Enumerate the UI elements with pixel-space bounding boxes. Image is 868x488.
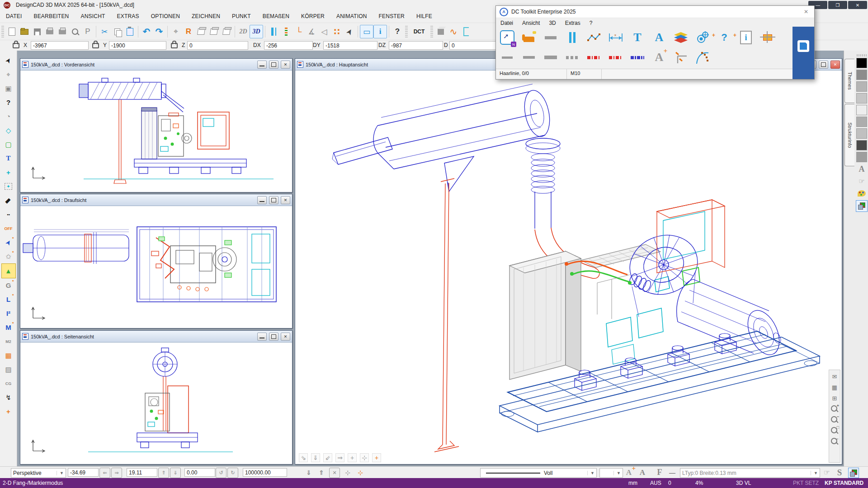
toolkit-save-panel[interactable]	[793, 27, 814, 79]
pixel-tool[interactable]: ▪▪	[2, 207, 15, 221]
layer-colors-icon[interactable]	[856, 200, 868, 212]
polyline-icon[interactable]: ∿	[447, 25, 460, 38]
line-style-select[interactable]: ▼	[599, 468, 623, 478]
undo-icon[interactable]: ↶	[140, 25, 153, 38]
toolkit-close-button[interactable]: ✕	[802, 9, 811, 15]
pointer-hand-icon[interactable]: ☞	[856, 176, 867, 187]
help-tool[interactable]: ?	[2, 95, 15, 109]
push-down-icon[interactable]: ⇓	[304, 468, 314, 477]
hauptansicht-close-button[interactable]: ✕	[830, 61, 840, 69]
toolkit-menu-help[interactable]: ?	[585, 20, 597, 26]
open-file-icon[interactable]	[18, 25, 31, 38]
plus-tool[interactable]: +	[2, 404, 15, 418]
parallel-lines-icon[interactable]	[565, 29, 580, 46]
handles-icon[interactable]: ∷	[330, 25, 343, 38]
text-style-icon[interactable]: A	[856, 164, 867, 174]
select-cursor-tool[interactable]: ➤	[2, 53, 15, 67]
page-setup-icon[interactable]: P	[81, 25, 94, 38]
star-tool[interactable]: ✩	[2, 249, 15, 263]
angle-snap-icon[interactable]: ∡	[305, 25, 318, 38]
mode-2d-button[interactable]: 2D	[237, 25, 250, 38]
hauptansicht-maximize-button[interactable]	[819, 61, 828, 69]
swatch-gray-1[interactable]	[856, 70, 867, 80]
camera-rotate-right-icon[interactable]: ↻	[227, 468, 238, 478]
font-grow-icon[interactable]: A	[624, 468, 634, 477]
m2-command-tool[interactable]: M2	[2, 334, 15, 348]
frame-window-icon[interactable]: ▭	[360, 25, 373, 38]
print-preview-icon[interactable]	[69, 25, 81, 38]
zoom-out-icon[interactable]: −	[830, 415, 839, 424]
dct-button[interactable]: DCT	[409, 24, 429, 39]
solid-box-tool[interactable]: ▣	[2, 81, 15, 95]
d-input[interactable]	[449, 41, 503, 50]
swatch-gray-4[interactable]	[856, 105, 867, 115]
toolkit-menu-extras[interactable]: Extras	[561, 20, 585, 26]
vector-icon[interactable]: ◁	[318, 25, 330, 38]
toolbar-grip[interactable]	[1, 26, 4, 38]
view-box-1-icon[interactable]	[195, 25, 208, 38]
point-plus-tool[interactable]: +	[2, 165, 15, 179]
seitenansicht-close-button[interactable]: ✕	[281, 333, 290, 341]
status-view-label[interactable]: 3D VL	[736, 480, 751, 486]
navigator-icon[interactable]: N	[500, 29, 515, 46]
menu-koerper[interactable]: KÖRPER	[295, 13, 330, 19]
view-cross-icon[interactable]: ⊹	[343, 468, 353, 477]
toolkit-menu-datei[interactable]: Datei	[496, 20, 518, 26]
cells-icon[interactable]: ⊞	[830, 394, 839, 403]
menu-animation[interactable]: ANIMATION	[330, 13, 373, 19]
tab-themes[interactable]: Themes	[844, 59, 854, 103]
x-input[interactable]	[31, 41, 89, 50]
line-thin-icon[interactable]	[500, 49, 515, 66]
star-pattern-tool[interactable]: ✦	[2, 179, 15, 193]
lightning-tool[interactable]: ↯	[2, 390, 15, 404]
pan-down-right-icon[interactable]: ⇘	[299, 453, 308, 462]
vorderansicht-canvas[interactable]	[20, 70, 292, 192]
dash-icon[interactable]: —	[667, 468, 677, 477]
seitenansicht-canvas[interactable]	[20, 343, 292, 464]
line-medium-icon[interactable]	[521, 49, 537, 66]
corner-trim-icon[interactable]	[673, 49, 689, 66]
status-units[interactable]: mm	[628, 480, 637, 486]
z-input[interactable]	[187, 41, 248, 50]
maximize-button[interactable]: ❒	[828, 1, 847, 9]
g-command-tool[interactable]: G	[2, 278, 15, 292]
menu-ansicht[interactable]: ANSICHT	[75, 13, 111, 19]
letter-a-icon[interactable]: A	[651, 29, 667, 46]
rounded-rect-tool[interactable]: ▢	[2, 137, 15, 151]
line-dashed-blue-icon[interactable]	[630, 49, 645, 66]
menu-bearbeiten[interactable]: BEARBEITEN	[28, 13, 75, 19]
layer-colors-icon[interactable]	[848, 468, 859, 478]
swatch-gray-7[interactable]	[856, 152, 867, 162]
vorderansicht-title-bar[interactable]: 150kVA_.dcd : Vorderansicht ✕	[20, 59, 292, 70]
seitenansicht-minimize-button[interactable]	[257, 333, 267, 341]
dimension-icon[interactable]: x	[608, 29, 623, 46]
center-view-icon[interactable]: ⊹	[360, 453, 369, 462]
zoom-extents-icon[interactable]: ↔	[830, 437, 839, 446]
view-box-3-icon[interactable]	[220, 25, 233, 38]
grid-tool[interactable]: ▦	[2, 348, 15, 362]
line-dotted-icon[interactable]	[565, 49, 580, 66]
pan-down-left-icon[interactable]: ⇙	[323, 453, 332, 462]
palette-icon[interactable]	[856, 188, 867, 199]
smart-pointer-tool[interactable]: ➤	[2, 235, 15, 249]
draufsicht-title-bar[interactable]: 150kVA_.dcd : Draufsicht ✕	[20, 194, 292, 206]
diamond-tool[interactable]: ◇	[2, 123, 15, 137]
menu-datei[interactable]: DATEI	[0, 13, 28, 19]
swatch-dark-gray[interactable]	[856, 140, 867, 150]
mail-icon[interactable]: ✉	[830, 372, 839, 381]
mode-3d-button[interactable]: 3D	[250, 25, 263, 38]
seitenansicht-maximize-button[interactable]	[269, 333, 278, 341]
menu-zeichnen[interactable]: ZEICHNEN	[186, 13, 226, 19]
lock-x-icon[interactable]	[13, 43, 19, 48]
align-dots-icon[interactable]	[280, 25, 292, 38]
set-point-icon[interactable]: ⌖	[170, 25, 182, 38]
i2-command-tool[interactable]: I²	[2, 306, 15, 320]
furniture-icon[interactable]	[521, 29, 537, 46]
redo-icon[interactable]: ↷	[153, 25, 165, 38]
hatch-tool[interactable]: ▨	[2, 362, 15, 376]
copy-icon[interactable]	[111, 25, 123, 38]
pointer-hand-icon[interactable]: ☞	[822, 468, 832, 477]
menu-hilfe[interactable]: HILFE	[410, 13, 438, 19]
line-weight-icon[interactable]	[543, 29, 558, 46]
camera-left-icon[interactable]: ⇐	[99, 468, 110, 478]
